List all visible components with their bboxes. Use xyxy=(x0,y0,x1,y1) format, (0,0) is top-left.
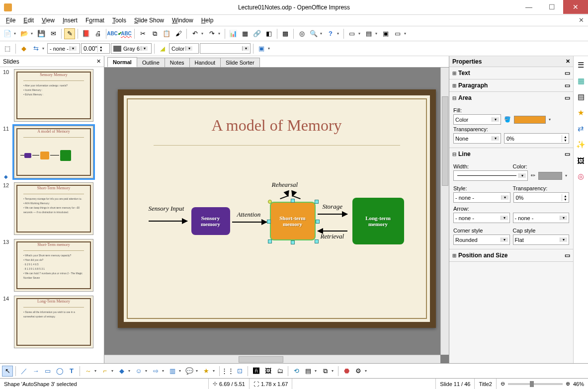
open-button[interactable]: 📂 xyxy=(19,28,30,39)
handle-s[interactable] xyxy=(291,240,295,244)
maximize-button[interactable]: ☐ xyxy=(540,0,563,14)
menu-tools[interactable]: Tools xyxy=(108,16,130,25)
box-short-term-memory[interactable]: Short-term memory xyxy=(270,202,316,240)
redo-dropdown[interactable]: ▾ xyxy=(218,31,222,36)
callout-tool[interactable]: 💬 xyxy=(184,366,195,377)
align-dd[interactable]: ▾ xyxy=(315,369,319,373)
line-style-select[interactable]: - none -▾ xyxy=(453,192,510,203)
box-sensory-memory[interactable]: Sensory memory xyxy=(191,207,230,235)
view-tab-handout[interactable]: Handout xyxy=(189,58,221,67)
view-tab-outline[interactable]: Outline xyxy=(137,58,165,67)
arrow-style-dd[interactable]: ▾ xyxy=(42,46,46,51)
bottom-overflow[interactable]: ▾ xyxy=(365,369,369,373)
callout-dd[interactable]: ▾ xyxy=(196,369,200,373)
handle-n[interactable] xyxy=(291,199,295,203)
menu-help[interactable]: Help xyxy=(197,16,218,25)
gallery-tool[interactable]: 🗂 xyxy=(274,366,285,377)
arrow-attention[interactable] xyxy=(232,222,267,223)
line-trans-spin[interactable]: 0%▲▼ xyxy=(513,192,570,203)
view-tab-normal[interactable]: Normal xyxy=(107,57,137,67)
arrows-dd[interactable]: ▾ xyxy=(162,369,166,373)
export-pdf-button[interactable]: 📕 xyxy=(81,28,91,39)
line-endpoint-button[interactable]: ◆ xyxy=(18,43,29,54)
rect-tool[interactable]: ▭ xyxy=(42,366,53,377)
redo-button[interactable]: ↷ xyxy=(206,28,217,39)
curve-tool[interactable]: ～ xyxy=(83,366,93,377)
sidebar-transition-icon[interactable]: ✨ xyxy=(576,140,586,150)
arrange-button[interactable]: ⬚ xyxy=(2,43,13,54)
extrusion-tool[interactable]: ⬣ xyxy=(341,366,352,377)
text-tool[interactable]: T xyxy=(66,366,77,377)
menu-view[interactable]: View xyxy=(38,16,59,25)
flowchart-tool[interactable]: ▥ xyxy=(167,366,178,377)
select-tool[interactable]: ↖ xyxy=(2,366,13,377)
slide-design-button[interactable]: ▣ xyxy=(380,28,391,39)
interaction-tool[interactable]: ⚙ xyxy=(353,366,364,377)
sidebar-navigator-icon[interactable]: ◎ xyxy=(576,171,586,181)
fontwork-tool[interactable]: 🅰 xyxy=(251,366,261,377)
spellcheck-button[interactable]: ABC✔ xyxy=(109,28,120,39)
box-long-term-memory[interactable]: Long-term memory xyxy=(352,198,404,244)
section-more-icon[interactable]: ▭ xyxy=(565,252,570,259)
toolbar2-overflow[interactable]: ▾ xyxy=(268,46,272,51)
slides-panel-close-icon[interactable]: ✕ xyxy=(96,58,101,65)
section-more-icon[interactable]: ▭ xyxy=(565,70,570,77)
handle-sw[interactable] xyxy=(268,239,272,243)
from-file-tool[interactable]: 🖼 xyxy=(262,366,273,377)
pencil-icon[interactable]: ✏ xyxy=(531,172,535,179)
arrow-tool[interactable]: → xyxy=(30,366,41,377)
slide-show-button[interactable]: ▭ xyxy=(392,28,403,39)
line-width-select[interactable]: ▾ xyxy=(453,170,528,181)
minimize-button[interactable]: — xyxy=(517,0,540,14)
corner-select[interactable]: Rounded▾ xyxy=(453,234,510,245)
menu-insert[interactable]: Insert xyxy=(59,16,82,25)
new-button[interactable]: 📄 xyxy=(2,28,13,39)
handle-w[interactable] xyxy=(267,220,271,224)
stars-dd[interactable]: ▾ xyxy=(213,369,217,373)
arrow-style-button[interactable]: ⇆ xyxy=(30,43,41,54)
area-button[interactable]: ◢ xyxy=(157,43,168,54)
line-tool[interactable]: ／ xyxy=(18,366,29,377)
close-button[interactable]: ✕ xyxy=(563,0,588,14)
new-dropdown[interactable]: ▾ xyxy=(14,31,18,36)
connector-tool[interactable]: ⌐ xyxy=(99,366,110,377)
cap-select[interactable]: Flat▾ xyxy=(513,234,570,245)
chart-button[interactable]: 📊 xyxy=(228,28,239,39)
fill-type-combo[interactable]: Color▾ xyxy=(169,43,199,54)
fill-color-dd[interactable]: ▾ xyxy=(549,117,553,122)
cut-button[interactable]: ✂ xyxy=(137,28,148,39)
help-button[interactable]: ? xyxy=(325,28,336,39)
slide-thumb-11[interactable]: 11A model of Memory◆ xyxy=(2,126,102,178)
section-area-header[interactable]: ⊟Area ▭ xyxy=(449,92,573,104)
bucket-icon[interactable]: 🪣 xyxy=(504,116,511,123)
zoom-in-icon[interactable]: ⊕ xyxy=(566,381,570,387)
sidebar-properties-icon[interactable]: ▦ xyxy=(576,76,586,86)
undo-button[interactable]: ↶ xyxy=(189,28,200,39)
slide-title[interactable]: A model of Memory xyxy=(124,116,430,135)
menu-slideshow[interactable]: Slide Show xyxy=(130,16,168,25)
symbol-shapes-tool[interactable]: ☺ xyxy=(133,366,144,377)
arrange-dd[interactable]: ▾ xyxy=(332,369,336,373)
slide-dd[interactable]: ▾ xyxy=(358,31,362,36)
points-tool[interactable]: ⋮⋮ xyxy=(222,366,233,377)
menu-format[interactable]: Format xyxy=(82,16,108,25)
curve-dd[interactable]: ▾ xyxy=(94,369,98,373)
section-text-header[interactable]: ⊞Text ▭ xyxy=(449,67,573,79)
sidebar-master-icon[interactable]: ▤ xyxy=(576,92,586,102)
line-color-dd[interactable]: ▾ xyxy=(565,173,569,178)
status-zoom-controls[interactable]: ⊖ ⊕ 46% xyxy=(497,379,588,389)
arrow-sensory-input[interactable] xyxy=(149,221,187,222)
arrow-retrieval[interactable] xyxy=(318,231,347,232)
line-color-swatch[interactable] xyxy=(538,172,562,180)
arrange-tool[interactable]: ⧉ xyxy=(320,366,331,377)
zoom-button[interactable]: 🔍 xyxy=(308,28,319,39)
grid-button[interactable]: ▩ xyxy=(280,28,291,39)
fill-type-select[interactable]: Color▾ xyxy=(453,114,501,125)
slides-list[interactable]: 10Sensory Memory• Alter your information… xyxy=(0,67,104,363)
paste-button[interactable]: 📋 xyxy=(161,28,172,39)
sidebar-favorites-icon[interactable]: ★ xyxy=(576,108,586,118)
slide-thumb-12[interactable]: 12Short-Term Memory• Temporary storage f… xyxy=(2,182,102,235)
email-button[interactable]: ✉ xyxy=(48,28,59,39)
menu-file[interactable]: File xyxy=(2,16,19,25)
shadow-button[interactable]: ▣ xyxy=(256,43,267,54)
